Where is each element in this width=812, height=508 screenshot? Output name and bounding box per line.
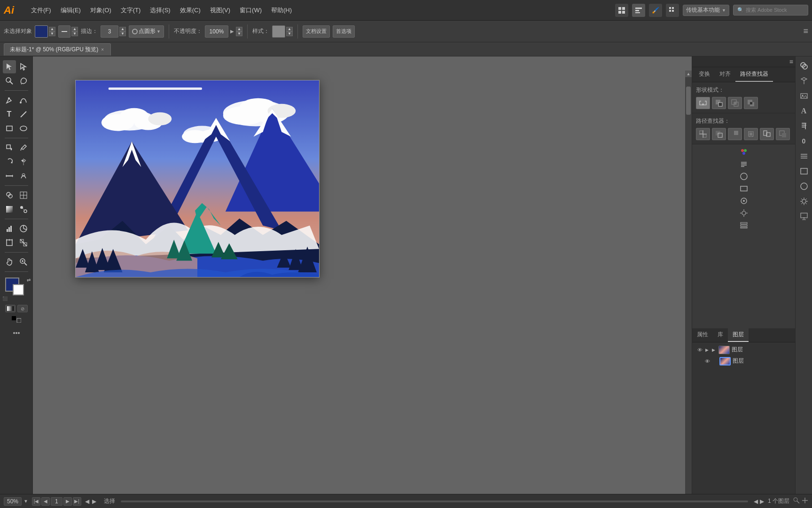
warp-tool[interactable] [17,169,30,183]
preferences-btn[interactable]: 首选项 [333,25,355,38]
pf-btn-crop[interactable] [744,128,758,140]
color-squares-icon[interactable] [10,315,23,324]
fill-stepper[interactable]: ▲ ▼ [49,27,55,36]
scroll-thumb-v[interactable] [686,87,691,115]
ri-screen[interactable] [797,210,811,223]
layer-item[interactable]: 👁 ▶ ▶ 图层 [694,344,793,356]
background-color[interactable] [13,284,24,295]
arrange-icon-btn[interactable] [615,4,628,17]
layer-visibility-icon[interactable]: 👁 [696,346,703,354]
opacity-stepper[interactable]: ▲ ▼ [236,27,242,36]
new-layer-status-icon[interactable] [802,497,808,505]
rpi-circle[interactable] [738,171,750,182]
menu-window[interactable]: 窗口(W) [236,4,265,16]
layer-item-2[interactable]: 👁 图层 [694,356,793,367]
zoom-value[interactable]: 50% [4,497,22,506]
stroke-value[interactable]: 3 [101,25,118,38]
rpi-paint[interactable] [738,146,750,158]
style-stepper-up[interactable]: ▲ [286,27,293,32]
fill-stepper-down[interactable]: ▼ [49,32,55,36]
reflect-tool[interactable] [17,155,30,168]
pf-btn-minus-back[interactable] [776,128,790,140]
layer-lock-icon[interactable]: ▶ [705,346,710,354]
pen-tool[interactable] [3,94,16,107]
rotate-tool[interactable] [3,155,16,168]
layers-tab-layers[interactable]: 图层 [728,328,749,342]
reset-colors-icon[interactable]: ⬛ [2,296,8,301]
nav-first-btn[interactable]: |◀ [32,497,40,506]
opacity-stepper-up[interactable]: ▲ [236,27,242,32]
ellipse-tool[interactable] [17,122,30,135]
artboard-left-arrow[interactable]: ◀ [85,498,89,505]
gradient-tool[interactable] [3,203,16,216]
tab-align[interactable]: 对齐 [715,67,735,82]
menu-view[interactable]: 视图(V) [206,4,234,16]
menu-type[interactable]: 文字(T) [117,4,145,16]
fill-color-swatch[interactable] [35,25,48,38]
shape-btn-exclude[interactable] [744,97,758,109]
nav-last-btn[interactable]: ▶| [73,497,81,506]
menu-object[interactable]: 对象(O) [86,4,115,16]
artboard-next-icon[interactable]: ▶ [760,498,764,505]
shape-btn-intersect[interactable] [728,97,742,109]
stroke-value-stepper-down[interactable]: ▼ [119,32,126,36]
tab-pathfinder[interactable]: 路径查找器 [735,67,773,82]
pf-btn-merge[interactable] [728,128,742,140]
document-tab[interactable]: 未标题-1* @ 50% (RGB/GPU 预览) × [4,43,111,56]
find-layers-status-icon[interactable] [793,497,800,505]
opacity-stepper-down[interactable]: ▼ [236,32,242,36]
rect-tool[interactable] [3,122,16,135]
gradient-mode-icon[interactable] [5,305,16,312]
zoom-tool[interactable] [17,255,30,269]
menu-help[interactable]: 帮助(H) [267,4,296,16]
page-number[interactable]: 1 [51,497,62,506]
ri-fill-stroke[interactable] [797,59,811,72]
artboard-prev-icon[interactable]: ◀ [754,498,758,505]
grid-icon-btn[interactable] [666,4,679,17]
shape-builder-tool[interactable] [3,189,16,202]
stroke-style-stepper[interactable]: ▲ ▼ [71,27,78,36]
shape-btn-minus-front[interactable] [712,97,726,109]
stock-search[interactable]: 🔍 搜索 Adobe Stock [733,5,808,16]
stroke-icon-btn[interactable] [58,25,70,38]
zoom-chevron[interactable]: ▼ [23,499,28,504]
menu-file[interactable]: 文件(F) [27,4,55,16]
ri-type[interactable]: A [797,104,811,118]
fill-stepper-up[interactable]: ▲ [49,27,55,32]
curvature-tool[interactable] [17,94,30,107]
tab-transform[interactable]: 变换 [694,67,715,82]
layer-expand-icon[interactable]: ▶ [712,346,717,354]
blend-tool[interactable] [17,203,30,216]
menu-effect[interactable]: 效果(C) [176,4,204,16]
ri-para[interactable] [797,119,811,133]
style-swatch[interactable] [272,25,285,38]
layers-tab-properties[interactable]: 属性 [692,328,713,342]
direct-selection-tool[interactable] [17,60,30,73]
layer-2-expand[interactable] [713,357,718,365]
ri-image[interactable] [797,89,811,103]
rpi-sun[interactable] [738,207,750,219]
workspace-label[interactable]: 传统基本功能 ▼ [683,5,729,16]
slice-tool[interactable] [17,236,30,249]
scroll-up-btn[interactable]: ▲ [685,71,692,77]
brush-icon-btn[interactable]: 🖌️ [649,4,662,17]
pf-btn-trim[interactable] [712,128,726,140]
hand-tool[interactable] [3,255,16,269]
more-tools-btn[interactable] [12,328,21,338]
stroke-style-stepper-down[interactable]: ▼ [71,32,78,36]
selection-tool[interactable] [3,60,16,73]
workspace-icon-btn[interactable] [632,4,645,17]
layer-2-visibility[interactable]: 👁 [703,357,711,365]
opacity-arrow[interactable]: ▶ [229,25,235,38]
text-tool[interactable]: T [3,108,16,121]
rpi-rect[interactable] [738,183,750,194]
layers-tab-library[interactable]: 库 [713,328,728,342]
rpi-star[interactable] [738,195,750,206]
graph-tool[interactable] [3,222,16,235]
tab-close-btn[interactable]: × [100,47,105,52]
menu-select[interactable]: 选择(S) [146,4,174,16]
opacity-value[interactable]: 100% [205,25,228,38]
artboard-right-arrow[interactable]: ▶ [92,498,96,505]
ri-rect-outline[interactable] [797,165,811,178]
rpi-layers-icon[interactable] [738,220,750,231]
